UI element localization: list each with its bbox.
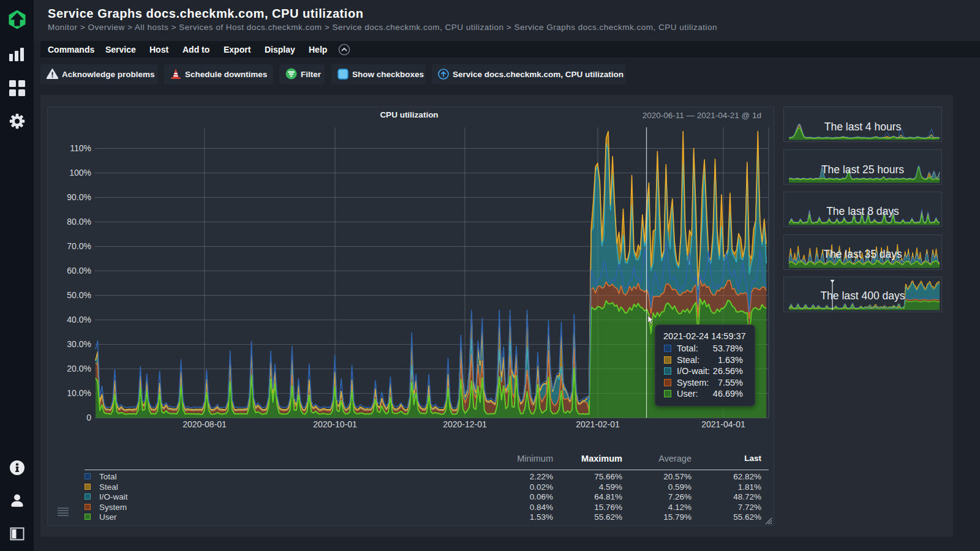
svg-text:10.0%: 10.0%	[67, 388, 91, 398]
svg-text:110%: 110%	[70, 143, 91, 153]
svg-text:100%: 100%	[69, 168, 91, 178]
svg-text:CPU utilization: CPU utilization	[380, 110, 438, 119]
svg-text:2020-10-01: 2020-10-01	[313, 419, 357, 429]
svg-text:2021-04-01: 2021-04-01	[701, 419, 745, 429]
svg-text:2020-12-01: 2020-12-01	[443, 419, 487, 429]
svg-text:0: 0	[86, 413, 91, 422]
svg-text:60.0%: 60.0%	[67, 266, 91, 276]
svg-text:40.0%: 40.0%	[67, 315, 91, 324]
svg-text:20.0%: 20.0%	[67, 364, 91, 373]
svg-text:50.0%: 50.0%	[67, 290, 91, 300]
svg-text:90.0%: 90.0%	[67, 192, 91, 202]
svg-text:2020-06-11 — 2021-04-21 @ 1d: 2020-06-11 — 2021-04-21 @ 1d	[643, 111, 761, 120]
svg-text:2021-02-01: 2021-02-01	[576, 419, 620, 429]
svg-text:70.0%: 70.0%	[67, 241, 91, 251]
svg-text:2020-08-01: 2020-08-01	[183, 419, 227, 429]
svg-text:80.0%: 80.0%	[67, 217, 91, 227]
svg-text:30.0%: 30.0%	[67, 339, 91, 349]
